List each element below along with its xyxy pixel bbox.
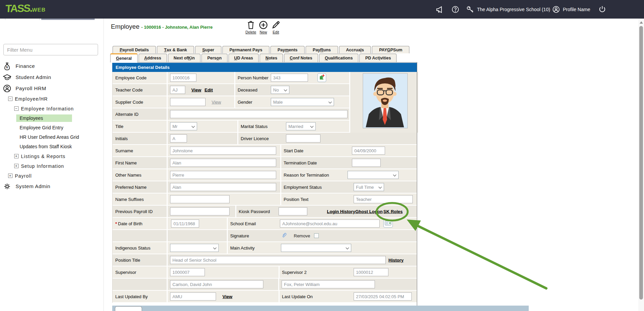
tab-conf-notes[interactable]: Conf Notes: [284, 54, 318, 62]
sidebar-item-employee-grid-entry[interactable]: Employee Grid Entry: [0, 123, 103, 132]
employee-code-input[interactable]: [170, 74, 196, 82]
field-label: Surname: [115, 145, 133, 156]
announcements-button[interactable]: [435, 0, 444, 19]
other-names-input[interactable]: [170, 171, 276, 179]
indigenous-status-select[interactable]: [170, 244, 219, 252]
paperclip-icon[interactable]: [281, 232, 287, 240]
sidebar-item-payroll[interactable]: +Payroll: [0, 171, 103, 181]
tab-payg-psum[interactable]: PAYG PSum: [372, 46, 409, 53]
last-update-on-input[interactable]: [354, 292, 412, 301]
title-select[interactable]: Mr: [170, 122, 197, 130]
tab-payments[interactable]: Payments: [270, 46, 305, 53]
tab-permanent-pays[interactable]: Permanent Pays: [222, 46, 269, 53]
tab-qualifications[interactable]: Qualifications: [319, 54, 359, 62]
termination-date-input[interactable]: [352, 159, 381, 167]
sidebar-item-employees[interactable]: Employees: [0, 113, 103, 123]
date-of-birth-input[interactable]: [171, 219, 199, 228]
form-row: Previous Payroll ID Kiosk Password Login…: [113, 206, 417, 218]
tab-next-of-kin[interactable]: Next of Kin: [168, 54, 201, 62]
field-label: Supplier Code: [115, 96, 143, 108]
vertical-scrollbar[interactable]: [638, 19, 644, 311]
teacher-code-input[interactable]: [170, 86, 185, 94]
school-email-input[interactable]: [280, 219, 380, 228]
scroll-up-arrow[interactable]: [640, 21, 643, 24]
employment-status-select[interactable]: Full Time: [354, 183, 384, 191]
tab-super[interactable]: Super: [195, 46, 221, 53]
alternate-id-input[interactable]: [170, 110, 348, 118]
email-button[interactable]: [383, 219, 393, 228]
profile-menu[interactable]: Profile Name: [552, 0, 590, 19]
position-history-link[interactable]: History: [388, 258, 404, 263]
sidebar-item-employee-hr[interactable]: −Employee/HR: [0, 94, 103, 104]
start-date-input[interactable]: [352, 147, 385, 155]
tass-logo[interactable]: TASS.WEB: [5, 2, 46, 15]
gender-select[interactable]: Male: [271, 98, 334, 106]
deceased-select[interactable]: No: [271, 86, 289, 94]
position-text-input[interactable]: [354, 195, 413, 203]
tab-tax-bank[interactable]: Tax & Bank: [157, 46, 194, 53]
logout-button[interactable]: [598, 0, 606, 19]
tab-pay-runs[interactable]: Pay Runs: [306, 46, 338, 53]
preferred-name-input[interactable]: [170, 183, 276, 191]
collapse-icon[interactable]: −: [14, 106, 19, 111]
tab-address[interactable]: Address: [139, 54, 167, 62]
form-row: Surname Start Date: [113, 145, 417, 157]
sidebar-item-updates-from-staff-kiosk[interactable]: Updates from Staff Kiosk: [0, 142, 103, 151]
form-row: Last Updated By View Last Update On: [113, 291, 417, 303]
surname-input[interactable]: [170, 147, 276, 155]
supervisor-name-input[interactable]: [170, 280, 263, 288]
main-activity-select[interactable]: [281, 244, 351, 252]
previous-payroll-id-input[interactable]: [170, 207, 230, 215]
tab-pd-activities[interactable]: PD Activities: [359, 54, 397, 62]
tab-ud-areas[interactable]: UD Areas: [229, 54, 259, 62]
reason-for-termination-select[interactable]: [348, 171, 399, 179]
tab-general[interactable]: General: [110, 53, 138, 62]
supervisor2-input[interactable]: [354, 268, 388, 276]
sidebar-item-hr-user-defined-areas-grid[interactable]: HR User Defined Areas Grid: [0, 132, 103, 142]
name-suffixes-input[interactable]: [170, 195, 230, 203]
field-label: Alternate ID: [115, 108, 139, 120]
collapse-icon[interactable]: −: [8, 97, 13, 101]
next-section-tab[interactable]: [115, 306, 142, 311]
person-number-input[interactable]: [271, 74, 308, 82]
main-content: Employee - 1000016 - Johnstone, Alan Pie…: [103, 19, 638, 311]
last-updated-view-link[interactable]: View: [222, 294, 232, 299]
tab-notes[interactable]: Notes: [260, 54, 283, 62]
driver-licence-input[interactable]: [286, 134, 320, 142]
sidebar-item-employee-information[interactable]: −Employee Information: [0, 104, 103, 113]
sidebar-item-system-admin[interactable]: System Admin: [0, 181, 103, 192]
sidebar-item-student-admin[interactable]: Student Admin: [0, 72, 103, 83]
person-link-button[interactable]: [317, 73, 326, 82]
edit-button[interactable]: Edit: [268, 20, 283, 34]
teacher-view-link[interactable]: View: [191, 87, 201, 93]
expand-icon[interactable]: +: [14, 164, 19, 168]
sidebar-item-setup-information[interactable]: +Setup Information: [0, 161, 103, 171]
tab-payroll-details[interactable]: Payroll Details: [113, 46, 156, 53]
sidebar-item-listings-reports[interactable]: +Listings & Reports: [0, 151, 103, 161]
supervisor2-name-input[interactable]: [282, 280, 375, 288]
supervisor-input[interactable]: [170, 268, 205, 276]
expand-icon[interactable]: +: [8, 174, 13, 178]
expand-icon[interactable]: +: [14, 154, 19, 158]
help-button[interactable]: [451, 0, 459, 19]
supplier-code-input[interactable]: [170, 98, 206, 106]
kiosk-password-input[interactable]: [279, 207, 307, 215]
school-selector[interactable]: The Alpha Progressive School (10): [466, 0, 550, 19]
last-updated-by-input[interactable]: [170, 292, 216, 301]
remove-signature-checkbox[interactable]: [314, 233, 319, 238]
supplier-view-link[interactable]: View: [212, 100, 221, 105]
sk-roles-link[interactable]: SK Roles: [383, 209, 403, 214]
tab-person[interactable]: Person: [201, 54, 227, 62]
marital-status-select[interactable]: Married: [286, 122, 316, 130]
tab-accruals[interactable]: Accruals: [339, 46, 371, 53]
initials-input[interactable]: [170, 134, 187, 142]
teacher-edit-link[interactable]: Edit: [205, 87, 213, 93]
login-history-link[interactable]: Login History: [327, 209, 355, 214]
sidebar-item-payroll-hrm[interactable]: Payroll HRM: [0, 83, 103, 94]
sidebar-item-finance[interactable]: $Finance: [0, 60, 103, 72]
first-name-input[interactable]: [170, 159, 276, 167]
scrollbar-thumb[interactable]: [639, 26, 643, 300]
ghost-logon-link[interactable]: Ghost Logon: [355, 209, 383, 214]
position-title-input[interactable]: [170, 256, 386, 264]
filter-menu-input[interactable]: [3, 44, 98, 55]
